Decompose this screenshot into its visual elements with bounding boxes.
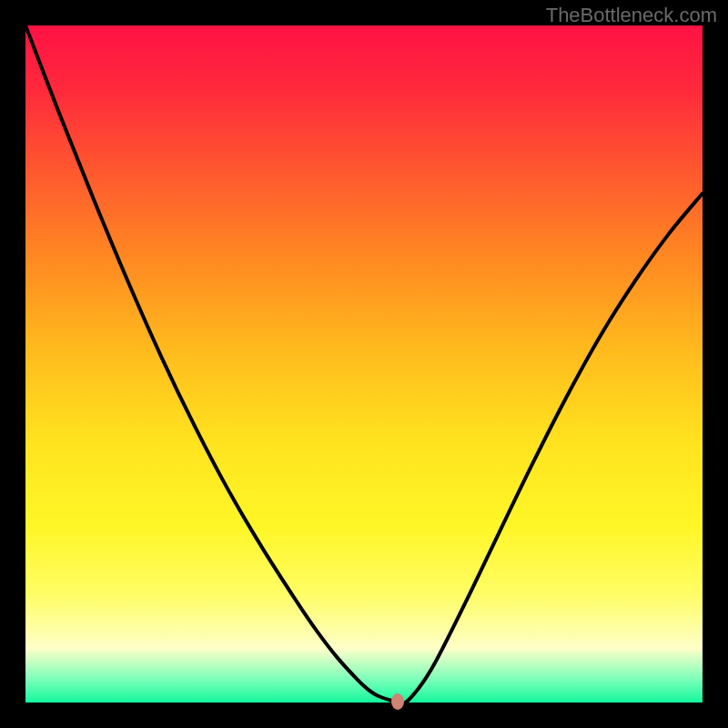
optimal-point-marker: [391, 693, 404, 710]
curve-svg: [25, 25, 703, 703]
chart-frame: TheBottleneck.com: [0, 0, 728, 728]
plot-area: [25, 25, 703, 703]
bottleneck-curve-path: [25, 25, 703, 703]
watermark-text: TheBottleneck.com: [546, 4, 717, 27]
